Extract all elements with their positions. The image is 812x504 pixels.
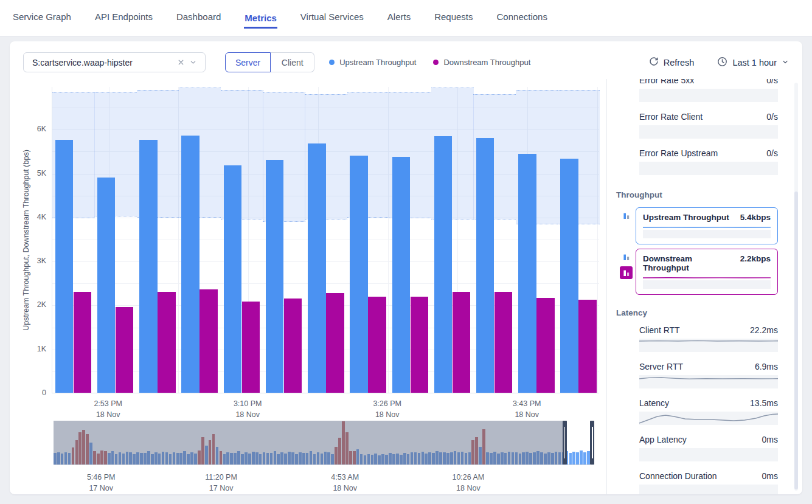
metric-sparkline-strip (639, 339, 778, 352)
bar-upstream-6[interactable] (308, 143, 326, 393)
x-tick-label: 3:26 PM18 Nov (360, 398, 415, 420)
bar-upstream-4[interactable] (224, 165, 242, 393)
metric-value: 13.5ms (750, 398, 778, 408)
metric-row-error-rate-upstream[interactable]: Error Rate Upstream0/s (639, 148, 778, 175)
legend-item-downstream-throughput[interactable]: Downstream Throughput (433, 58, 530, 67)
metric-row-client-rtt[interactable]: Client RTT22.2ms (639, 325, 778, 352)
bar-downstream-4[interactable] (242, 302, 260, 393)
metric-value: 6.9ms (755, 362, 778, 371)
bar-upstream-9[interactable] (434, 136, 453, 393)
brush-bar (576, 452, 579, 464)
time-range-select[interactable]: Last 1 hour (717, 57, 789, 69)
bar-downstream-2[interactable] (158, 292, 176, 393)
metric-card-downstream-throughput[interactable]: Downstream Throughput2.2kbps (636, 249, 778, 295)
metrics-side-panel: Error Rate 5xx0/sError Rate Client0/sErr… (606, 79, 802, 494)
metric-row-app-latency[interactable]: App Latency0ms (639, 435, 778, 461)
bar-upstream-8[interactable] (392, 157, 411, 393)
bar-downstream-7[interactable] (368, 297, 386, 393)
bar-upstream-7[interactable] (350, 156, 368, 393)
metric-value: 0/s (766, 79, 778, 85)
server-toggle-button[interactable]: Server (225, 52, 271, 72)
sparkline (643, 226, 771, 230)
metric-sparkline-strip (639, 412, 778, 425)
bar-chart-icon[interactable] (620, 209, 633, 222)
brush-handle-right[interactable] (590, 421, 594, 464)
reporter-toggle: Server Client (225, 52, 314, 72)
bar-chart-icon[interactable] (620, 250, 633, 263)
service-select-value: S:cartservice.waap-hipster (32, 58, 175, 67)
metric-sparkline-strip (639, 375, 778, 388)
x-tick-label: 3:43 PM18 Nov (499, 398, 554, 420)
bar-downstream-0[interactable] (74, 292, 92, 393)
y-tick-label: 4K (11, 213, 46, 221)
bar-upstream-3[interactable] (181, 136, 200, 393)
bar-chart-icon[interactable] (620, 266, 633, 279)
tab-requests[interactable]: Requests (434, 7, 473, 29)
metric-row-error-rate-5xx[interactable]: Error Rate 5xx0/s (639, 79, 778, 102)
refresh-button[interactable]: Refresh (649, 57, 695, 68)
bar-upstream-11[interactable] (518, 154, 536, 393)
metric-label: Error Rate Client (639, 112, 703, 122)
gridline (52, 283, 599, 284)
refresh-icon (649, 57, 659, 68)
bar-upstream-5[interactable] (266, 160, 284, 393)
metric-label: Upstream Throughput (643, 213, 729, 222)
bar-upstream-10[interactable] (476, 138, 494, 393)
bar-upstream-12[interactable] (560, 159, 578, 393)
bar-upstream-1[interactable] (97, 178, 116, 393)
sparkline (643, 276, 771, 280)
metric-row-latency[interactable]: Latency13.5ms (639, 398, 778, 425)
brush-bar (583, 452, 586, 464)
service-select[interactable]: S:cartservice.waap-hipster (23, 52, 206, 72)
legend-label: Downstream Throughput (443, 58, 530, 67)
throughput-bar-chart[interactable] (52, 87, 599, 393)
bar-downstream-12[interactable] (578, 300, 597, 393)
bar-downstream-3[interactable] (200, 289, 218, 393)
tab-service-graph[interactable]: Service Graph (12, 7, 72, 29)
metric-value: 0ms (762, 435, 778, 444)
bar-downstream-11[interactable] (536, 298, 555, 393)
metric-row-error-rate-client[interactable]: Error Rate Client0/s (639, 112, 778, 139)
brush-tick-label: 5:46 PM17 Nov (74, 472, 128, 494)
y-tick-label: 5K (11, 169, 46, 178)
metric-sparkline-strip (639, 448, 778, 461)
section-header-throughput: Throughput (616, 190, 778, 199)
legend-item-upstream-throughput[interactable]: Upstream Throughput (329, 58, 416, 67)
bar-downstream-1[interactable] (116, 307, 134, 393)
bar-downstream-5[interactable] (284, 299, 302, 393)
sparkline (639, 412, 778, 425)
tab-metrics[interactable]: Metrics (244, 8, 277, 29)
panel-scrollbar-thumb[interactable] (794, 192, 798, 489)
time-brush[interactable] (54, 421, 594, 465)
metric-label: Connection Duration (639, 471, 717, 481)
brush-tick-label: 11:20 PM17 Nov (194, 472, 249, 494)
bar-downstream-8[interactable] (411, 297, 429, 393)
tab-api-endpoints[interactable]: API Endpoints (94, 7, 153, 29)
bar-downstream-6[interactable] (326, 293, 344, 393)
metric-value: 0ms (762, 471, 778, 481)
metric-row-server-rtt[interactable]: Server RTT6.9ms (639, 362, 778, 388)
y-tick-label: 1K (11, 345, 46, 353)
brush-bar (580, 450, 583, 464)
metric-label: Downstream Throughput (643, 254, 740, 272)
brush-handle-left[interactable] (563, 421, 567, 464)
clear-icon[interactable] (175, 57, 187, 69)
chevron-down-icon[interactable] (187, 57, 199, 69)
y-tick-label: 6K (11, 125, 46, 133)
metric-value: 0/s (766, 148, 778, 158)
brush-overlay[interactable] (54, 421, 563, 464)
bar-upstream-2[interactable] (139, 140, 158, 393)
bar-downstream-10[interactable] (494, 292, 513, 393)
tab-alerts[interactable]: Alerts (387, 7, 411, 29)
brush-bar (569, 453, 572, 464)
metric-sparkline-strip (639, 485, 778, 494)
tab-dashboard[interactable]: Dashboard (176, 7, 221, 29)
tab-connections[interactable]: Connections (496, 7, 548, 29)
client-toggle-button[interactable]: Client (271, 52, 314, 72)
metric-row-connection-duration[interactable]: Connection Duration0ms (639, 471, 778, 494)
tab-virtual-services[interactable]: Virtual Services (300, 7, 364, 29)
metric-card-upstream-throughput[interactable]: Upstream Throughput5.4kbps (636, 207, 778, 244)
bar-upstream-0[interactable] (55, 140, 74, 393)
bar-downstream-9[interactable] (453, 292, 471, 393)
metric-label: App Latency (639, 435, 687, 444)
